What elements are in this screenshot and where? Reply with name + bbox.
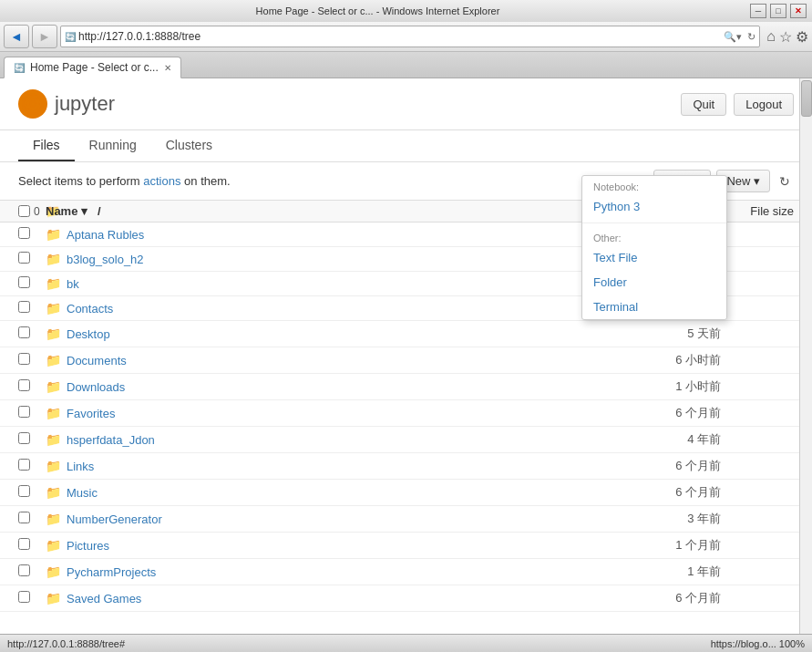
select-all-checkbox[interactable]: [18, 205, 30, 217]
tab-close-button[interactable]: ✕: [164, 63, 171, 73]
address-bar[interactable]: 🔄 http://127.0.0.1:8888/tree 🔍▾ ↻: [60, 26, 760, 47]
row-name-col: 📁 Favorites: [46, 406, 612, 420]
file-link-4[interactable]: Desktop: [67, 327, 110, 341]
row-name-col: 📁 Aptana Rubles: [46, 227, 612, 242]
row-mod-col: 6 个月前: [612, 484, 721, 501]
browser-toolbar-right: ⌂ ☆ ⚙: [766, 28, 808, 46]
address-text: http://127.0.0.1:8888/tree: [78, 30, 724, 43]
svg-point-4: [31, 102, 35, 106]
file-link-3[interactable]: Contacts: [67, 302, 113, 316]
folder-item[interactable]: Folder: [582, 270, 726, 295]
python3-item[interactable]: Python 3: [582, 194, 726, 219]
table-row: 📁 Favorites 6 个月前: [0, 400, 812, 427]
row-checkbox-5[interactable]: [18, 353, 30, 365]
settings-icon[interactable]: ⚙: [796, 28, 808, 46]
file-link-7[interactable]: Favorites: [67, 407, 115, 420]
scrollbar-thumb[interactable]: [801, 80, 812, 117]
tab-running[interactable]: Running: [75, 130, 151, 161]
restore-button[interactable]: □: [770, 4, 786, 18]
row-checkbox-2[interactable]: [18, 276, 30, 288]
row-check-col: [18, 406, 46, 420]
status-bar: http://127.0.0.1:8888/tree# https://blog…: [0, 634, 812, 652]
file-link-1[interactable]: b3log_solo_h2: [67, 253, 144, 266]
jupyter-logo-icon: [18, 89, 47, 119]
row-check-col: [18, 252, 46, 266]
row-checkbox-1[interactable]: [18, 252, 30, 264]
file-link-5[interactable]: Documents: [67, 354, 127, 367]
tab-files[interactable]: Files: [18, 130, 75, 161]
row-check-col: [18, 591, 46, 605]
header-name-col: Name ▾ /: [46, 204, 612, 218]
title-bar-controls: ─ □ ✕: [750, 4, 807, 18]
refresh-button[interactable]: ↻: [776, 172, 794, 191]
file-link-9[interactable]: Links: [67, 460, 94, 473]
file-link-11[interactable]: NumberGenerator: [67, 512, 162, 526]
row-mod-col: 6 小时前: [612, 352, 721, 368]
folder-icon: 📁: [46, 276, 61, 291]
table-row: 📁 Pictures 1 个月前: [0, 533, 812, 559]
row-checkbox-9[interactable]: [18, 459, 30, 471]
row-checkbox-12[interactable]: [18, 538, 30, 550]
other-section-label: Other:: [582, 227, 726, 245]
row-checkbox-8[interactable]: [18, 432, 30, 444]
folder-icon: 📁: [46, 252, 61, 266]
forward-button[interactable]: ►: [32, 25, 57, 48]
browser-tab[interactable]: 🔄 Home Page - Select or c... ✕: [4, 57, 181, 78]
row-checkbox-3[interactable]: [18, 301, 30, 313]
minimize-button[interactable]: ─: [750, 4, 766, 18]
row-name-col: 📁 Saved Games: [46, 591, 612, 605]
folder-icon: 📁: [46, 512, 61, 526]
table-row: 📁 NumberGenerator 3 年前: [0, 506, 812, 533]
terminal-item[interactable]: Terminal: [582, 295, 726, 319]
text-file-item[interactable]: Text File: [582, 245, 726, 270]
folder-icon: 📁: [46, 538, 61, 553]
new-label: New ▾: [726, 174, 760, 188]
row-checkbox-7[interactable]: [18, 406, 30, 418]
logout-button[interactable]: Logout: [734, 93, 794, 116]
table-row: 📁 Desktop 5 天前: [0, 321, 812, 347]
notebook-section-label: Notebook:: [582, 176, 726, 194]
table-row: 📁 Music 6 个月前: [0, 480, 812, 506]
search-dropdown[interactable]: 🔍▾: [724, 31, 742, 43]
row-name-col: 📁 Links: [46, 459, 612, 473]
file-link-0[interactable]: Aptana Rubles: [67, 228, 144, 242]
row-check-col: [18, 512, 46, 526]
row-checkbox-14[interactable]: [18, 591, 30, 603]
tab-clusters[interactable]: Clusters: [151, 130, 227, 161]
row-checkbox-4[interactable]: [18, 326, 30, 338]
row-checkbox-13[interactable]: [18, 564, 30, 576]
row-check-col: [18, 432, 46, 447]
status-right: https://blog.o... 100%: [711, 638, 805, 649]
jupyter-logo-text: jupyter: [55, 92, 115, 116]
home-icon[interactable]: ⌂: [766, 28, 776, 45]
actions-link[interactable]: actions: [143, 174, 180, 188]
file-link-10[interactable]: Music: [67, 486, 98, 500]
file-link-8[interactable]: hsperfdata_Jdon: [67, 433, 155, 447]
file-link-13[interactable]: PycharmProjects: [67, 565, 156, 579]
refresh-icon[interactable]: ↻: [747, 31, 755, 43]
status-url: http://127.0.0.1:8888/tree#: [7, 638, 125, 649]
file-link-2[interactable]: bk: [67, 277, 79, 291]
row-checkbox-0[interactable]: [18, 227, 30, 239]
scrollbar-track[interactable]: [799, 78, 812, 634]
back-button[interactable]: ◄: [4, 25, 29, 48]
close-button[interactable]: ✕: [790, 4, 807, 18]
favorites-icon[interactable]: ☆: [779, 28, 792, 46]
row-checkbox-11[interactable]: [18, 512, 30, 523]
title-text: Home Page - Select or c... - Windows Int…: [5, 5, 750, 16]
row-check-col: [18, 564, 46, 579]
table-row: 📁 Saved Games 6 个月前: [0, 585, 812, 612]
row-name-col: 📁 bk: [46, 276, 612, 291]
quit-button[interactable]: Quit: [681, 93, 726, 116]
name-col-label[interactable]: Name ▾: [46, 204, 91, 218]
row-name-col: 📁 Pictures: [46, 538, 612, 553]
file-link-14[interactable]: Saved Games: [67, 592, 141, 605]
header-buttons: Quit Logout: [681, 93, 794, 116]
row-check-col: [18, 301, 46, 316]
row-name-col: 📁 Contacts: [46, 301, 612, 316]
row-checkbox-10[interactable]: [18, 485, 30, 497]
file-link-6[interactable]: Downloads: [67, 380, 125, 394]
row-checkbox-6[interactable]: [18, 379, 30, 391]
file-link-12[interactable]: Pictures: [67, 539, 109, 553]
dropdown-divider: [582, 223, 726, 223]
